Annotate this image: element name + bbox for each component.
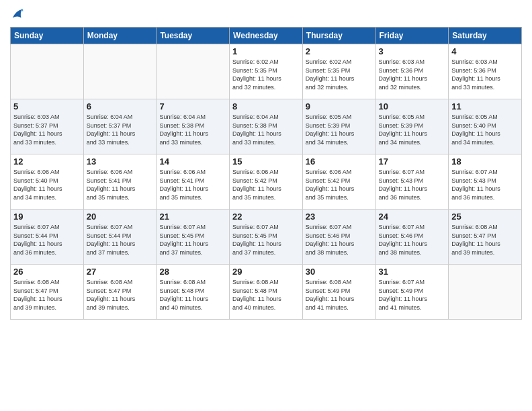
day-number: 7 bbox=[159, 101, 226, 111]
day-number: 17 bbox=[379, 156, 446, 167]
day-number: 9 bbox=[306, 101, 373, 111]
day-number: 16 bbox=[306, 156, 373, 167]
day-info: Sunrise: 6:03 AM Sunset: 5:36 PM Dayligh… bbox=[379, 58, 446, 91]
day-number: 10 bbox=[379, 101, 446, 111]
header bbox=[10, 7, 522, 21]
day-number: 23 bbox=[306, 212, 373, 222]
day-info: Sunrise: 6:06 AM Sunset: 5:42 PM Dayligh… bbox=[306, 168, 373, 201]
calendar-week-3: 12Sunrise: 6:06 AM Sunset: 5:40 PM Dayli… bbox=[11, 154, 522, 210]
calendar-cell: 27Sunrise: 6:08 AM Sunset: 5:47 PM Dayli… bbox=[83, 265, 157, 320]
calendar-header-row: SundayMondayTuesdayWednesdayThursdayFrid… bbox=[11, 28, 522, 44]
calendar-cell: 10Sunrise: 6:05 AM Sunset: 5:39 PM Dayli… bbox=[375, 99, 449, 154]
weekday-header-saturday: Saturday bbox=[449, 28, 522, 44]
day-number: 30 bbox=[306, 267, 373, 277]
calendar-cell: 23Sunrise: 6:07 AM Sunset: 5:46 PM Dayli… bbox=[302, 210, 375, 265]
day-info: Sunrise: 6:08 AM Sunset: 5:47 PM Dayligh… bbox=[451, 223, 519, 257]
calendar-week-2: 5Sunrise: 6:03 AM Sunset: 5:37 PM Daylig… bbox=[11, 99, 522, 154]
day-info: Sunrise: 6:08 AM Sunset: 5:47 PM Dayligh… bbox=[13, 278, 81, 312]
calendar-cell: 5Sunrise: 6:03 AM Sunset: 5:37 PM Daylig… bbox=[11, 99, 84, 154]
calendar-table: SundayMondayTuesdayWednesdayThursdayFrid… bbox=[10, 27, 522, 320]
logo-bird-icon bbox=[11, 7, 24, 21]
day-number: 31 bbox=[379, 267, 446, 277]
weekday-header-monday: Monday bbox=[83, 28, 157, 44]
calendar-cell: 22Sunrise: 6:07 AM Sunset: 5:45 PM Dayli… bbox=[230, 210, 303, 265]
day-number: 3 bbox=[379, 46, 446, 56]
day-info: Sunrise: 6:02 AM Sunset: 5:35 PM Dayligh… bbox=[306, 58, 373, 91]
calendar-cell: 19Sunrise: 6:07 AM Sunset: 5:44 PM Dayli… bbox=[11, 210, 84, 265]
day-number: 13 bbox=[87, 156, 154, 167]
day-number: 6 bbox=[87, 101, 154, 111]
weekday-header-wednesday: Wednesday bbox=[230, 28, 303, 44]
day-number: 19 bbox=[13, 212, 81, 222]
day-info: Sunrise: 6:03 AM Sunset: 5:36 PM Dayligh… bbox=[451, 58, 519, 91]
day-number: 18 bbox=[451, 156, 519, 167]
calendar-cell: 9Sunrise: 6:05 AM Sunset: 5:39 PM Daylig… bbox=[302, 99, 375, 154]
day-number: 24 bbox=[379, 212, 446, 222]
day-number: 27 bbox=[87, 267, 154, 277]
calendar-cell: 6Sunrise: 6:04 AM Sunset: 5:37 PM Daylig… bbox=[83, 99, 157, 154]
calendar-cell: 29Sunrise: 6:08 AM Sunset: 5:48 PM Dayli… bbox=[230, 265, 303, 320]
calendar-cell: 20Sunrise: 6:07 AM Sunset: 5:44 PM Dayli… bbox=[83, 210, 157, 265]
day-number: 4 bbox=[451, 46, 519, 56]
day-number: 25 bbox=[451, 212, 519, 222]
day-info: Sunrise: 6:07 AM Sunset: 5:44 PM Dayligh… bbox=[87, 223, 154, 257]
day-info: Sunrise: 6:08 AM Sunset: 5:48 PM Dayligh… bbox=[159, 278, 226, 312]
day-number: 21 bbox=[159, 212, 226, 222]
calendar-cell: 15Sunrise: 6:06 AM Sunset: 5:42 PM Dayli… bbox=[230, 154, 303, 210]
calendar-cell: 7Sunrise: 6:04 AM Sunset: 5:38 PM Daylig… bbox=[157, 99, 230, 154]
calendar-cell: 3Sunrise: 6:03 AM Sunset: 5:36 PM Daylig… bbox=[375, 44, 449, 99]
calendar-week-5: 26Sunrise: 6:08 AM Sunset: 5:47 PM Dayli… bbox=[11, 265, 522, 320]
weekday-header-tuesday: Tuesday bbox=[157, 28, 230, 44]
calendar-cell: 26Sunrise: 6:08 AM Sunset: 5:47 PM Dayli… bbox=[11, 265, 84, 320]
day-info: Sunrise: 6:07 AM Sunset: 5:46 PM Dayligh… bbox=[379, 223, 446, 257]
calendar-cell: 24Sunrise: 6:07 AM Sunset: 5:46 PM Dayli… bbox=[375, 210, 449, 265]
day-info: Sunrise: 6:07 AM Sunset: 5:49 PM Dayligh… bbox=[379, 278, 446, 312]
day-info: Sunrise: 6:04 AM Sunset: 5:37 PM Dayligh… bbox=[87, 113, 154, 146]
day-number: 28 bbox=[159, 267, 226, 277]
day-info: Sunrise: 6:04 AM Sunset: 5:38 PM Dayligh… bbox=[232, 113, 300, 146]
day-info: Sunrise: 6:07 AM Sunset: 5:45 PM Dayligh… bbox=[232, 223, 300, 257]
calendar-cell: 21Sunrise: 6:07 AM Sunset: 5:45 PM Dayli… bbox=[157, 210, 230, 265]
calendar-cell: 13Sunrise: 6:06 AM Sunset: 5:41 PM Dayli… bbox=[83, 154, 157, 210]
day-number: 29 bbox=[232, 267, 300, 277]
calendar-cell: 28Sunrise: 6:08 AM Sunset: 5:48 PM Dayli… bbox=[157, 265, 230, 320]
day-number: 26 bbox=[13, 267, 81, 277]
calendar-cell bbox=[11, 44, 84, 99]
day-info: Sunrise: 6:05 AM Sunset: 5:39 PM Dayligh… bbox=[379, 113, 446, 146]
calendar-cell: 2Sunrise: 6:02 AM Sunset: 5:35 PM Daylig… bbox=[302, 44, 375, 99]
weekday-header-sunday: Sunday bbox=[11, 28, 84, 44]
day-number: 14 bbox=[159, 156, 226, 167]
day-info: Sunrise: 6:07 AM Sunset: 5:43 PM Dayligh… bbox=[379, 168, 446, 201]
day-info: Sunrise: 6:06 AM Sunset: 5:40 PM Dayligh… bbox=[13, 168, 81, 201]
day-number: 20 bbox=[87, 212, 154, 222]
calendar-week-4: 19Sunrise: 6:07 AM Sunset: 5:44 PM Dayli… bbox=[11, 210, 522, 265]
day-number: 11 bbox=[451, 101, 519, 111]
day-info: Sunrise: 6:04 AM Sunset: 5:38 PM Dayligh… bbox=[159, 113, 226, 146]
day-number: 1 bbox=[232, 46, 300, 56]
calendar-cell: 11Sunrise: 6:05 AM Sunset: 5:40 PM Dayli… bbox=[449, 99, 522, 154]
page-container: SundayMondayTuesdayWednesdayThursdayFrid… bbox=[0, 0, 532, 323]
day-info: Sunrise: 6:06 AM Sunset: 5:42 PM Dayligh… bbox=[232, 168, 300, 201]
calendar-cell: 16Sunrise: 6:06 AM Sunset: 5:42 PM Dayli… bbox=[302, 154, 375, 210]
day-info: Sunrise: 6:07 AM Sunset: 5:44 PM Dayligh… bbox=[13, 223, 81, 257]
day-number: 5 bbox=[13, 101, 81, 111]
calendar-cell: 1Sunrise: 6:02 AM Sunset: 5:35 PM Daylig… bbox=[230, 44, 303, 99]
day-number: 2 bbox=[306, 46, 373, 56]
day-number: 12 bbox=[13, 156, 81, 167]
day-info: Sunrise: 6:08 AM Sunset: 5:47 PM Dayligh… bbox=[87, 278, 154, 312]
calendar-cell: 4Sunrise: 6:03 AM Sunset: 5:36 PM Daylig… bbox=[449, 44, 522, 99]
calendar-cell: 18Sunrise: 6:07 AM Sunset: 5:43 PM Dayli… bbox=[449, 154, 522, 210]
day-number: 8 bbox=[232, 101, 300, 111]
day-info: Sunrise: 6:07 AM Sunset: 5:45 PM Dayligh… bbox=[159, 223, 226, 257]
calendar-cell bbox=[157, 44, 230, 99]
day-info: Sunrise: 6:07 AM Sunset: 5:43 PM Dayligh… bbox=[451, 168, 519, 201]
calendar-cell: 31Sunrise: 6:07 AM Sunset: 5:49 PM Dayli… bbox=[375, 265, 449, 320]
day-info: Sunrise: 6:03 AM Sunset: 5:37 PM Dayligh… bbox=[13, 113, 81, 146]
calendar-cell bbox=[449, 265, 522, 320]
day-number: 22 bbox=[232, 212, 300, 222]
calendar-week-1: 1Sunrise: 6:02 AM Sunset: 5:35 PM Daylig… bbox=[11, 44, 522, 99]
day-info: Sunrise: 6:06 AM Sunset: 5:41 PM Dayligh… bbox=[87, 168, 154, 201]
logo bbox=[10, 7, 24, 21]
day-info: Sunrise: 6:08 AM Sunset: 5:49 PM Dayligh… bbox=[306, 278, 373, 312]
calendar-cell: 14Sunrise: 6:06 AM Sunset: 5:41 PM Dayli… bbox=[157, 154, 230, 210]
